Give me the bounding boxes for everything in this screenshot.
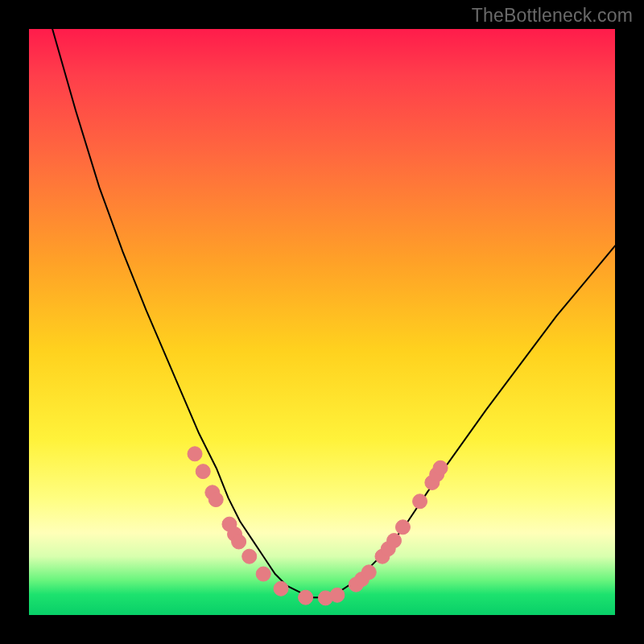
scatter-dot bbox=[433, 460, 448, 475]
scatter-dot bbox=[196, 464, 210, 479]
scatter-dot bbox=[361, 565, 376, 580]
chart-plot-area bbox=[29, 29, 615, 615]
scatter-dots bbox=[188, 447, 448, 605]
scatter-dot bbox=[274, 581, 288, 596]
scatter-dot bbox=[208, 493, 223, 507]
scatter-dot bbox=[188, 447, 202, 461]
stage: TheBottleneck.com bbox=[0, 0, 644, 644]
scatter-dot bbox=[299, 590, 313, 605]
chart-svg bbox=[29, 29, 615, 615]
watermark-text: TheBottleneck.com bbox=[472, 5, 633, 27]
curve-path bbox=[52, 29, 615, 597]
scatter-dot bbox=[242, 549, 257, 564]
scatter-dot bbox=[232, 535, 246, 549]
scatter-dot bbox=[387, 534, 402, 548]
scatter-dot bbox=[256, 567, 270, 581]
scatter-dot bbox=[395, 520, 410, 535]
scatter-dot bbox=[330, 588, 345, 602]
scatter-dot bbox=[413, 494, 427, 509]
